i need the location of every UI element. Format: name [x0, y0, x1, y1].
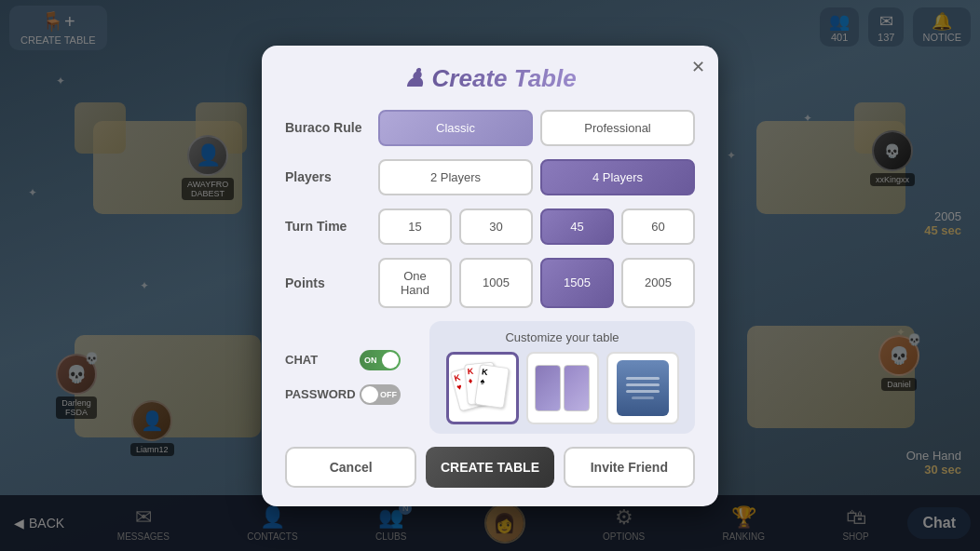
close-button[interactable]: ✕	[691, 57, 705, 77]
chat-password-section: CHAT ON PASSWORD OFF	[285, 321, 415, 434]
chat-toggle[interactable]: ON	[360, 350, 401, 370]
card-style-cards-button[interactable]: K♥ K♦ K♠	[446, 352, 519, 424]
buraco-options: Classic Professional	[378, 110, 695, 146]
time-45-button[interactable]: 45	[540, 208, 614, 245]
time-15-button[interactable]: 15	[378, 208, 452, 245]
chat-toggle-row: CHAT ON	[285, 350, 415, 370]
buraco-professional-button[interactable]: Professional	[540, 110, 695, 146]
cancel-button[interactable]: Cancel	[285, 447, 416, 488]
password-toggle-row: PASSWORD OFF	[285, 384, 415, 405]
players-row: Players 2 Players 4 Players	[285, 159, 695, 195]
password-toggle[interactable]: OFF	[360, 384, 401, 405]
time-30-button[interactable]: 30	[459, 208, 533, 245]
invite-friend-button[interactable]: Invite Friend	[564, 447, 695, 488]
turn-time-options: 15 30 45 60	[378, 208, 695, 245]
card-options: K♥ K♦ K♠	[439, 352, 686, 424]
customize-section: Customize your table K♥ K♦ K♠	[429, 321, 695, 434]
turn-time-label: Turn Time	[285, 219, 378, 234]
modal-title: ♟ Create Table	[285, 64, 695, 93]
action-buttons: Cancel CREATE TABLE Invite Friend	[285, 447, 695, 488]
points-2005-button[interactable]: 2005	[621, 258, 695, 308]
card-style-tablet-button[interactable]	[606, 352, 679, 424]
create-table-confirm-button[interactable]: CREATE TABLE	[426, 447, 553, 488]
card-style-back-button[interactable]	[526, 352, 599, 424]
players-label: Players	[285, 169, 378, 184]
players-4-button[interactable]: 4 Players	[540, 159, 695, 195]
buraco-rule-row: Buraco Rule Classic Professional	[285, 110, 695, 146]
create-table-modal: ♟ Create Table ✕ Buraco Rule Classic Pro…	[262, 46, 718, 506]
modal-bottom-section: CHAT ON PASSWORD OFF Customize your tabl…	[285, 321, 695, 434]
points-options: One Hand 1005 1505 2005	[378, 258, 695, 308]
time-60-button[interactable]: 60	[621, 208, 695, 245]
points-onehand-button[interactable]: One Hand	[378, 258, 452, 308]
buraco-classic-button[interactable]: Classic	[378, 110, 533, 146]
players-2-button[interactable]: 2 Players	[378, 159, 533, 195]
points-label: Points	[285, 276, 378, 290]
points-row: Points One Hand 1005 1505 2005	[285, 258, 695, 308]
password-label: PASSWORD	[285, 387, 350, 401]
customize-title: Customize your table	[439, 330, 686, 344]
turn-time-row: Turn Time 15 30 45 60	[285, 208, 695, 245]
modal-overlay: ♟ Create Table ✕ Buraco Rule Classic Pro…	[0, 0, 980, 551]
points-1505-button[interactable]: 1505	[540, 258, 614, 308]
points-1005-button[interactable]: 1005	[459, 258, 533, 308]
players-options: 2 Players 4 Players	[378, 159, 695, 195]
chat-label: CHAT	[285, 353, 350, 367]
buraco-label: Buraco Rule	[285, 120, 378, 135]
